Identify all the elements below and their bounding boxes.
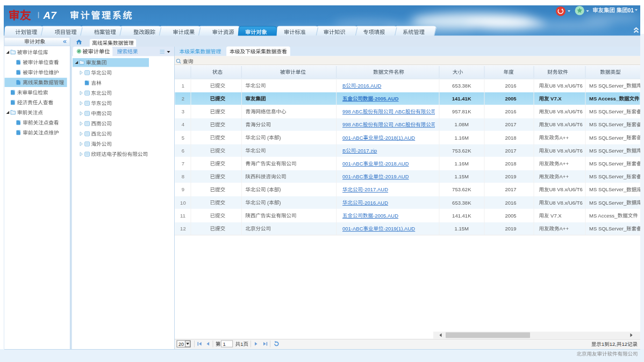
svg-text:V7.X: V7.X bbox=[550, 96, 562, 102]
svg-text:): ) bbox=[279, 200, 281, 206]
svg-text:141.41K: 141.41K bbox=[452, 96, 471, 102]
svg-text:B: B bbox=[342, 148, 346, 154]
svg-text:9: 9 bbox=[182, 186, 184, 192]
svg-text:4: 4 bbox=[182, 121, 184, 127]
svg-text:2019: 2019 bbox=[505, 173, 516, 179]
svg-text:001-ABC: 001-ABC bbox=[342, 173, 363, 179]
svg-text:12: 12 bbox=[621, 341, 627, 347]
svg-text:A++: A++ bbox=[560, 173, 569, 179]
svg-text:-2019.AUD: -2019.AUD bbox=[384, 173, 409, 179]
svg-text:5: 5 bbox=[182, 135, 184, 141]
svg-text:753.62K: 753.62K bbox=[452, 186, 471, 192]
svg-text:2019: 2019 bbox=[505, 226, 516, 231]
svg-text:MS SQLServer_: MS SQLServer_ bbox=[589, 148, 627, 154]
svg-text:MS Access_: MS Access_ bbox=[589, 213, 618, 219]
svg-text:): ) bbox=[279, 135, 281, 141]
svg-text:-2017.zip: -2017.zip bbox=[356, 148, 377, 154]
svg-text:1.16M: 1.16M bbox=[455, 161, 469, 166]
svg-text:2: 2 bbox=[182, 96, 184, 102]
svg-text:): ) bbox=[279, 186, 281, 192]
svg-text:MS SQLServer_: MS SQLServer_ bbox=[589, 135, 627, 141]
svg-text:2017: 2017 bbox=[505, 186, 516, 192]
svg-text:A++: A++ bbox=[560, 135, 569, 141]
svg-text:A++: A++ bbox=[560, 226, 569, 231]
svg-text:11: 11 bbox=[180, 213, 185, 219]
svg-text:-2019(1).AUD: -2019(1).AUD bbox=[384, 226, 416, 231]
svg-text:2017: 2017 bbox=[505, 121, 516, 127]
svg-text:3: 3 bbox=[182, 108, 184, 114]
svg-text:U8 V8.x/U6/T6: U8 V8.x/U6/T6 bbox=[549, 148, 583, 154]
svg-text:753.62K: 753.62K bbox=[452, 148, 471, 154]
svg-text:1.08M: 1.08M bbox=[455, 121, 469, 127]
svg-text:B: B bbox=[342, 83, 346, 89]
svg-text:1: 1 bbox=[240, 341, 243, 347]
svg-text:«: « bbox=[63, 38, 67, 45]
svg-text:1.16M: 1.16M bbox=[455, 135, 469, 141]
svg-text:2016: 2016 bbox=[505, 83, 516, 89]
svg-text:MS SQLServer_: MS SQLServer_ bbox=[589, 83, 627, 89]
svg-text:-2005.AUD: -2005.AUD bbox=[373, 96, 399, 102]
svg-text:MS SQLServer_: MS SQLServer_ bbox=[589, 173, 627, 179]
svg-text:12,: 12, bbox=[610, 341, 617, 347]
svg-text:653.38K: 653.38K bbox=[452, 83, 471, 89]
svg-text:141.41K: 141.41K bbox=[452, 213, 471, 219]
svg-text:-2005.AUD: -2005.AUD bbox=[373, 213, 398, 219]
svg-text:2018: 2018 bbox=[505, 161, 516, 166]
svg-text:V7.X: V7.X bbox=[550, 213, 562, 219]
svg-text:2005: 2005 bbox=[505, 96, 517, 102]
svg-text:998 ABC: 998 ABC bbox=[342, 108, 363, 114]
svg-text:MS SQLServer_: MS SQLServer_ bbox=[589, 186, 627, 192]
svg-text:2016: 2016 bbox=[505, 108, 516, 114]
svg-text:8: 8 bbox=[182, 173, 184, 179]
svg-text:20: 20 bbox=[178, 342, 184, 347]
svg-text:01: 01 bbox=[628, 8, 634, 13]
svg-text:MS SQLServer_: MS SQLServer_ bbox=[589, 108, 627, 114]
svg-text:MS SQLServer_: MS SQLServer_ bbox=[589, 226, 627, 231]
svg-text:2016: 2016 bbox=[505, 200, 516, 206]
svg-text:MS SQLServer_: MS SQLServer_ bbox=[589, 200, 627, 206]
svg-text:957.81K: 957.81K bbox=[452, 108, 471, 114]
svg-text:1.15M: 1.15M bbox=[455, 173, 469, 179]
svg-text:1: 1 bbox=[223, 341, 226, 347]
svg-text:U8 V8.x/U6/T6: U8 V8.x/U6/T6 bbox=[549, 200, 583, 206]
svg-text:-2018.AUD: -2018.AUD bbox=[384, 161, 409, 166]
svg-text:001-ABC: 001-ABC bbox=[342, 226, 363, 231]
svg-text:MS SQLServer_: MS SQLServer_ bbox=[589, 161, 627, 166]
svg-text:7: 7 bbox=[182, 161, 184, 166]
svg-text:2005: 2005 bbox=[505, 213, 516, 219]
svg-text:1: 1 bbox=[182, 83, 184, 89]
svg-text:-2016.AUD: -2016.AUD bbox=[356, 83, 381, 89]
svg-text:-2018(1).AUD: -2018(1).AUD bbox=[384, 135, 416, 141]
svg-text:MS SQLServer_: MS SQLServer_ bbox=[589, 121, 627, 127]
svg-text:12: 12 bbox=[180, 226, 186, 231]
svg-text:ABC: ABC bbox=[395, 121, 406, 127]
svg-text:6: 6 bbox=[182, 148, 184, 154]
svg-text:998 ABC: 998 ABC bbox=[342, 121, 363, 127]
svg-text:-2016.AUD: -2016.AUD bbox=[363, 200, 388, 206]
svg-text:U8 V8.x/U6/T6: U8 V8.x/U6/T6 bbox=[549, 186, 583, 192]
svg-text:-2017.AUD: -2017.AUD bbox=[363, 186, 388, 192]
svg-text:1.15M: 1.15M bbox=[455, 226, 469, 231]
svg-text:U8 V8.x/U6/T6: U8 V8.x/U6/T6 bbox=[549, 108, 583, 114]
svg-text:001-ABC: 001-ABC bbox=[342, 161, 363, 166]
svg-text:A++: A++ bbox=[560, 161, 569, 166]
svg-text:A7: A7 bbox=[43, 10, 58, 21]
svg-text:2017: 2017 bbox=[505, 148, 516, 154]
svg-text:U8 V8.x/U6/T6: U8 V8.x/U6/T6 bbox=[549, 83, 583, 89]
svg-text:ABC: ABC bbox=[395, 108, 406, 114]
svg-text:001-ABC: 001-ABC bbox=[342, 135, 363, 141]
svg-text:MS Access_: MS Access_ bbox=[589, 96, 619, 102]
svg-text:653.38K: 653.38K bbox=[452, 200, 471, 206]
svg-text:1: 1 bbox=[602, 341, 604, 347]
svg-text:2018: 2018 bbox=[505, 135, 516, 141]
svg-text:U8 V8.x/U6/T6: U8 V8.x/U6/T6 bbox=[549, 121, 583, 127]
svg-text:10: 10 bbox=[180, 200, 186, 206]
